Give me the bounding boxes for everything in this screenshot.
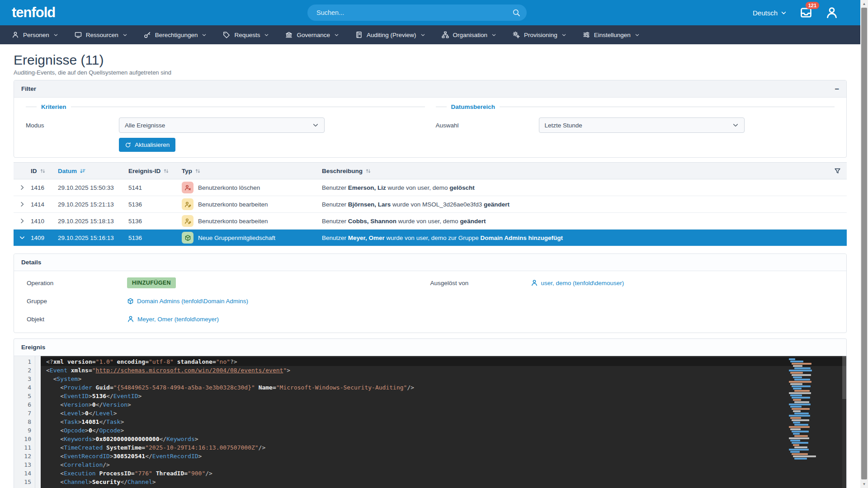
fold-gutter — [35, 356, 41, 488]
page-scrollbar[interactable]: ▲ ▼ — [860, 0, 868, 488]
user-edit-icon — [182, 215, 193, 227]
tag-icon — [223, 31, 230, 38]
datumsbereich-fieldset: Datumsbereich Auswahl Letzte Stunde — [436, 102, 835, 152]
refresh-icon — [125, 142, 131, 148]
page-title: Ereignisse (11) — [14, 52, 847, 68]
search-icon[interactable] — [512, 9, 520, 17]
modus-select[interactable]: Alle Ereignisse — [119, 117, 325, 133]
nav-item-auditing-preview-[interactable]: Auditing (Preview) — [355, 31, 425, 38]
page-subtitle: Auditing-Events, die auf den Quellsystem… — [14, 69, 847, 76]
auswahl-label: Auswahl — [436, 122, 539, 129]
chevron-down-icon — [264, 33, 269, 38]
language-label: Deutsch — [753, 9, 778, 17]
user-edit-icon — [182, 198, 193, 210]
sort-icon — [163, 168, 169, 174]
cell-id: 1414 — [31, 201, 58, 208]
cell-beschreibung: Benutzer Björnsen, Lars wurde von MSOL_3… — [322, 201, 828, 208]
details-title: Details — [21, 259, 41, 266]
search-input[interactable] — [307, 5, 527, 21]
details-right-column: Ausgelöst von user, demo (tenfold\demous… — [430, 274, 834, 328]
cell-ereignis-id: 5136 — [128, 201, 182, 208]
cell-ereignis-id: 5141 — [128, 184, 182, 191]
cell-ereignis-id: 5136 — [128, 235, 182, 241]
datumsbereich-legend: Datumsbereich — [451, 103, 495, 110]
code-area[interactable]: <?xml version="1.0" encoding="utf-8" sta… — [41, 356, 846, 488]
code-minimap[interactable] — [788, 358, 813, 460]
cell-datum: 29.10.2025 15:16:13 — [58, 235, 128, 241]
chevron-down-icon — [491, 33, 496, 38]
nav-item-berechtigungen[interactable]: Berechtigungen — [144, 31, 207, 38]
scrollbar-down-arrow[interactable]: ▼ — [860, 480, 868, 488]
code-line: <Provider Guid="{54849625-5478-4994-a5ba… — [41, 383, 846, 392]
gruppe-link[interactable]: Domain Admins (tenfold\Domain Admins) — [127, 298, 248, 305]
details-left-column: Operation HINZUFÜGEN Gruppe Domain Admin… — [27, 274, 430, 328]
sort-icon — [365, 168, 371, 174]
cell-id: 1410 — [31, 218, 58, 225]
table-row[interactable]: 1409 29.10.2025 15:16:13 5136 Neue Grupp… — [14, 230, 847, 246]
column-header-typ[interactable]: Typ — [182, 168, 322, 174]
table-filter-icon[interactable] — [828, 168, 847, 174]
chevron-down-icon[interactable] — [14, 235, 31, 241]
modus-label: Modus — [26, 122, 119, 129]
chevron-down-icon — [202, 33, 207, 38]
person-icon — [127, 315, 134, 323]
table-row[interactable]: 1416 29.10.2025 15:50:33 5141 Benutzerko… — [14, 179, 847, 196]
nav-item-provisioning[interactable]: Provisioning — [513, 31, 566, 38]
scrollbar-up-arrow[interactable]: ▲ — [860, 0, 868, 8]
sort-icon — [195, 168, 201, 174]
kriterien-legend: Kriterien — [41, 103, 66, 110]
filter-title: Filter — [21, 85, 36, 92]
column-header-datum[interactable]: Datum — [58, 168, 128, 174]
code-line: <System> — [41, 375, 846, 383]
line-number-gutter: 12345678910111213141516 — [14, 356, 35, 488]
scrollbar-thumb[interactable] — [861, 8, 867, 479]
chevron-down-icon — [561, 33, 566, 38]
column-header-id[interactable]: ID — [31, 168, 58, 174]
column-header-ereignis-id[interactable]: Ereignis-ID — [128, 168, 182, 174]
xml-code-editor[interactable]: 12345678910111213141516 <?xml version="1… — [14, 356, 846, 488]
refresh-button[interactable]: Aktualisieren — [119, 138, 175, 152]
code-line: <?xml version="1.0" encoding="utf-8" sta… — [41, 357, 846, 366]
modus-value: Alle Ereignisse — [125, 122, 165, 129]
chevron-right-icon[interactable] — [14, 201, 31, 207]
cell-beschreibung: Benutzer Cobbs, Shannon wurde von user, … — [322, 218, 828, 225]
monitor-icon — [75, 31, 82, 38]
cell-typ: Benutzerkonto bearbeiten — [182, 215, 322, 227]
language-selector[interactable]: Deutsch — [753, 9, 787, 17]
nav-item-organisation[interactable]: Organisation — [442, 31, 497, 38]
ausgeloest-von-link[interactable]: user, demo (tenfold\demouser) — [531, 279, 624, 286]
nav-item-requests[interactable]: Requests — [223, 31, 269, 38]
gears-icon — [513, 31, 520, 38]
editor-scrollbar[interactable] — [842, 356, 846, 488]
table-row[interactable]: 1414 29.10.2025 15:21:13 5136 Benutzerko… — [14, 196, 847, 213]
nav-item-personen[interactable]: Personen — [12, 31, 58, 38]
cell-beschreibung: Benutzer Emerson, Liz wurde von user, de… — [322, 184, 828, 191]
person-icon — [531, 279, 538, 286]
auswahl-select[interactable]: Letzte Stunde — [539, 117, 745, 133]
user-menu-button[interactable] — [826, 6, 838, 19]
code-line: <EventID>5136</EventID> — [41, 392, 846, 400]
objekt-link[interactable]: Meyer, Omer (tenfold\omeyer) — [127, 315, 219, 323]
nav-item-ressourcen[interactable]: Ressourcen — [75, 31, 127, 38]
sitemap-icon — [442, 31, 449, 38]
code-line: <Execution ProcessID="776" ThreadID="900… — [41, 469, 846, 478]
code-line: <Opcode>0</Opcode> — [41, 426, 846, 435]
user-delete-icon — [182, 182, 193, 193]
nav-item-einstellungen[interactable]: Einstellungen — [583, 31, 640, 38]
nav-item-governance[interactable]: Governance — [285, 31, 339, 38]
notifications-button[interactable]: 121 — [800, 7, 812, 19]
code-line: <Task>14081</Task> — [41, 418, 846, 426]
code-line: <Event xmlns="http://schemas.microsoft.c… — [41, 366, 846, 375]
collapse-icon[interactable]: – — [835, 87, 839, 91]
operation-badge: HINZUFÜGEN — [127, 277, 176, 288]
code-line: <Computer>dc.tenfold.local</Computer> — [41, 486, 846, 488]
table-row[interactable]: 1410 29.10.2025 15:18:13 5136 Benutzerko… — [14, 213, 847, 230]
code-line: <Level>0</Level> — [41, 409, 846, 418]
column-header-beschreibung[interactable]: Beschreibung — [322, 168, 828, 174]
chevron-down-icon — [53, 33, 58, 38]
chevron-right-icon[interactable] — [14, 184, 31, 191]
code-line: <TimeCreated SystemTime="2025-10-29T14:1… — [41, 443, 846, 452]
auswahl-value: Letzte Stunde — [545, 122, 582, 129]
chevron-right-icon[interactable] — [14, 218, 31, 224]
code-line: <EventRecordID>308520541</EventRecordID> — [41, 452, 846, 460]
